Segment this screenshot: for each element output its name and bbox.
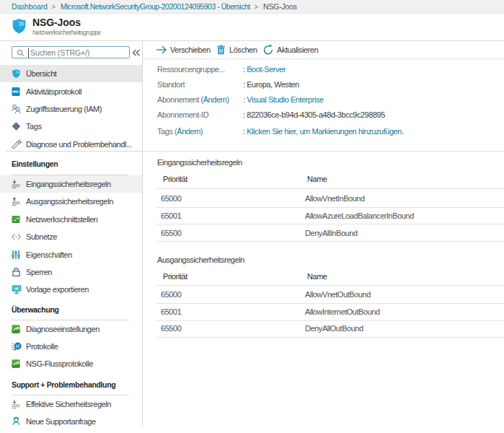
svg-text:id: id xyxy=(16,344,19,349)
